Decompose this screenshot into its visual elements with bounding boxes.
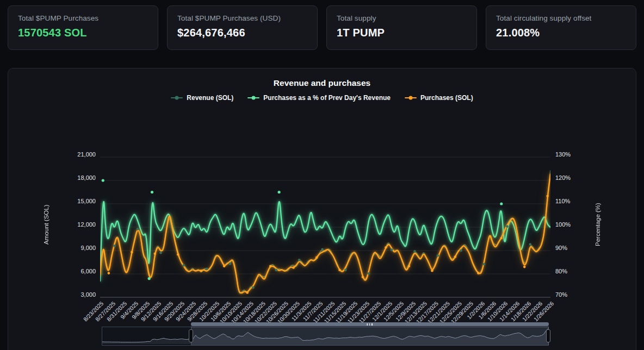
y-tick-label: 130% <box>555 151 595 158</box>
stat-card-circulating-supply-offset: Total circulating supply offset 21.008% <box>486 5 636 50</box>
brush-drag-bar[interactable] <box>191 322 549 326</box>
y-tick-label: 18,000 <box>57 174 96 181</box>
legend-label: Purchases (SOL) <box>420 94 473 102</box>
stat-card-value: 1T PUMP <box>337 27 467 39</box>
y-tick-label: 9,000 <box>57 245 96 251</box>
legend-label: Purchases as a % of Prev Day's Revenue <box>263 94 391 102</box>
legend-marker-icon <box>247 97 259 99</box>
stat-card-label: Total $PUMP Purchases (USD) <box>177 14 307 22</box>
y-tick-label: 21,000 <box>57 151 96 158</box>
chart-title: Revenue and purchases <box>8 78 636 88</box>
stat-card-total-purchases-usd: Total $PUMP Purchases (USD) $264,676,466 <box>167 5 318 50</box>
time-range-brush <box>102 322 549 346</box>
brush-selection[interactable] <box>191 327 549 345</box>
legend-label: Revenue (SOL) <box>187 94 233 102</box>
brush-handle-left[interactable] <box>189 329 193 342</box>
legend-item-purchases-pct[interactable]: Purchases as a % of Prev Day's Revenue <box>247 94 391 102</box>
brush-handle-right[interactable] <box>546 329 550 342</box>
legend-marker-icon <box>171 97 183 99</box>
stat-card-label: Total circulating supply offset <box>496 14 626 22</box>
y-tick-label: 6,000 <box>57 268 96 274</box>
y-tick-label: 12,000 <box>57 221 96 228</box>
y-tick-label: 3,000 <box>57 291 96 298</box>
stat-card-label: Total supply <box>337 14 467 22</box>
stat-card-label: Total $PUMP Purchases <box>18 14 148 22</box>
stat-card-value: $264,676,466 <box>177 27 307 39</box>
chart-legend: Revenue (SOL) Purchases as a % of Prev D… <box>8 94 636 102</box>
stat-card-total-purchases: Total $PUMP Purchases 1570543 SOL <box>8 5 158 50</box>
y-tick-label: 100% <box>555 221 595 228</box>
y-tick-label: 90% <box>555 245 595 251</box>
y-tick-label: 70% <box>555 291 595 298</box>
y-tick-label: 110% <box>555 198 595 204</box>
y-tick-label: 120% <box>555 174 595 181</box>
chart-plot[interactable] <box>100 154 550 300</box>
chart-panel: Revenue and purchases Revenue (SOL) Purc… <box>8 68 636 350</box>
legend-item-purchases-sol[interactable]: Purchases (SOL) <box>405 94 473 102</box>
left-axis-title: Amount (SOL) <box>43 184 49 265</box>
brush-grip-icon <box>367 323 373 326</box>
right-axis-title: Percentage (%) <box>595 184 601 265</box>
legend-marker-icon <box>405 97 417 99</box>
legend-item-revenue[interactable]: Revenue (SOL) <box>171 94 233 102</box>
stat-cards-row: Total $PUMP Purchases 1570543 SOL Total … <box>8 5 636 50</box>
stat-card-total-supply: Total supply 1T PUMP <box>326 5 477 50</box>
stat-card-value: 21.008% <box>496 27 626 39</box>
y-tick-label: 15,000 <box>57 198 96 204</box>
stat-card-value: 1570543 SOL <box>18 27 148 39</box>
y-tick-label: 80% <box>555 268 595 274</box>
